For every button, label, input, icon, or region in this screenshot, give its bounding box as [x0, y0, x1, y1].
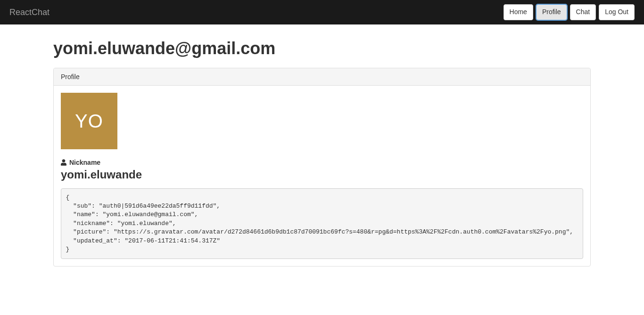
- logout-button[interactable]: Log Out: [599, 4, 635, 20]
- navbar: ReactChat Home Profile Chat Log Out: [0, 0, 644, 24]
- nickname-value: yomi.eluwande: [61, 168, 583, 181]
- panel-heading: Profile: [54, 68, 590, 86]
- brand-link[interactable]: ReactChat: [9, 8, 50, 17]
- profile-json-dump: { "sub": "auth0|591d6a49ee22da5ff9d11fdd…: [61, 188, 583, 259]
- nickname-label-row: Nickname: [61, 159, 583, 166]
- avatar: YO: [61, 93, 117, 149]
- chat-button[interactable]: Chat: [570, 4, 596, 20]
- panel-body: YO Nickname yomi.eluwande { "sub": "auth…: [54, 86, 590, 266]
- profile-button[interactable]: Profile: [536, 4, 567, 20]
- page-title: yomi.eluwande@gmail.com: [53, 39, 591, 58]
- home-button[interactable]: Home: [504, 4, 533, 20]
- main-container: yomi.eluwande@gmail.com Profile YO Nickn…: [46, 39, 598, 267]
- navbar-right: Home Profile Chat Log Out: [504, 4, 635, 20]
- nickname-label-text: Nickname: [69, 159, 100, 166]
- user-icon: [61, 159, 66, 166]
- profile-panel: Profile YO Nickname yomi.eluwande { "sub…: [53, 68, 591, 267]
